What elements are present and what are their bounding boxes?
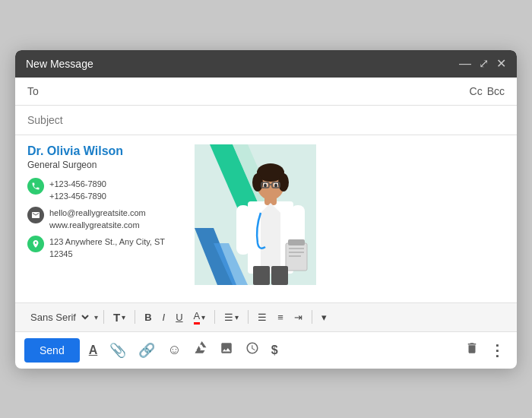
svg-rect-23	[288, 239, 305, 245]
minimize-button[interactable]: —	[459, 58, 471, 70]
phone-text: +123-456-7890 +123-456-7890	[49, 178, 106, 203]
numbered-list-icon: ☰	[258, 312, 267, 323]
close-button[interactable]: ✕	[496, 58, 506, 70]
font-color-icon: A	[194, 310, 201, 325]
font-size-icon: T	[113, 311, 120, 324]
separator	[214, 310, 215, 324]
cc-bcc-controls: Cc Bcc	[470, 85, 505, 97]
svg-rect-20	[236, 205, 250, 255]
toolbar-right-actions: ⋮	[462, 338, 508, 363]
attach-file-button[interactable]: 📎	[106, 339, 129, 362]
insert-link-button[interactable]: 🔗	[135, 339, 158, 362]
svg-rect-27	[253, 266, 270, 285]
svg-rect-28	[271, 266, 288, 285]
phone-row: +123-456-7890 +123-456-7890	[27, 178, 187, 203]
dollar-sign-button[interactable]: $	[268, 340, 281, 360]
font-family-select[interactable]: Sans Serif	[24, 309, 91, 325]
title-bar: New Message — ⤢ ✕	[15, 50, 517, 78]
google-drive-button[interactable]	[191, 338, 211, 362]
align-chevron-icon: ▾	[235, 313, 239, 321]
more-formatting-button[interactable]: ▾	[318, 309, 331, 325]
font-color-button[interactable]: A ▾	[190, 308, 210, 327]
to-row: To Cc Bcc	[15, 78, 517, 106]
email-text: hello@reallygreatsite.com www.reallygrea…	[49, 207, 146, 232]
bcc-button[interactable]: Bcc	[487, 85, 505, 97]
align-button[interactable]: ☰ ▾	[220, 309, 242, 325]
font-family-chevron-icon: ▾	[94, 313, 98, 321]
signature-card: Dr. Olivia Wilson General Surgeon +123-4…	[27, 144, 316, 285]
italic-button[interactable]: I	[159, 309, 169, 325]
cc-button[interactable]: Cc	[470, 85, 483, 97]
subject-input[interactable]	[27, 114, 505, 126]
to-label: To	[27, 85, 50, 97]
schedule-send-button[interactable]	[242, 338, 262, 362]
email-icon	[27, 207, 44, 223]
address-text: 123 Anywhere St., Any City, ST 12345	[49, 236, 187, 261]
font-color-chevron-icon: ▾	[201, 313, 205, 321]
actions-toolbar: Send A 📎 🔗 ☺ $ ⋮	[15, 332, 517, 369]
window-title: New Message	[26, 58, 93, 70]
window-controls: — ⤢ ✕	[459, 58, 506, 70]
to-input[interactable]	[50, 85, 470, 97]
email-row: hello@reallygreatsite.com www.reallygrea…	[27, 207, 187, 232]
indent-icon: ⇥	[294, 312, 302, 323]
insert-emoji-button[interactable]: ☺	[164, 339, 184, 361]
font-size-chevron-icon: ▾	[122, 313, 125, 321]
svg-marker-19	[271, 203, 280, 274]
doctor-figure	[229, 156, 312, 285]
signature-info: Dr. Olivia Wilson General Surgeon +123-4…	[27, 144, 195, 285]
signature-title: General Surgeon	[27, 160, 187, 170]
font-size-button[interactable]: T ▾	[109, 309, 129, 326]
body-area[interactable]: Dr. Olivia Wilson General Surgeon +123-4…	[15, 135, 517, 302]
align-icon: ☰	[224, 312, 233, 323]
more-options-button[interactable]: ⋮	[486, 338, 508, 363]
svg-point-14	[274, 183, 277, 187]
compose-window: New Message — ⤢ ✕ To Cc Bcc Dr. Olivia W…	[15, 50, 517, 369]
svg-point-13	[264, 183, 267, 187]
phone-icon	[27, 178, 44, 195]
numbered-list-button[interactable]: ☰	[254, 309, 271, 325]
separator	[135, 310, 135, 324]
formatting-toolbar: Sans Serif ▾ T ▾ B I U A ▾ ☰ ▾ ☰ ≡ ⇥	[15, 302, 517, 332]
insert-photo-button[interactable]	[217, 338, 236, 362]
indent-button[interactable]: ⇥	[290, 309, 306, 325]
signature-name: Dr. Olivia Wilson	[27, 144, 187, 158]
more-formatting-icon: ▾	[321, 312, 327, 323]
bullet-list-button[interactable]: ≡	[274, 309, 287, 325]
delete-button[interactable]	[462, 338, 482, 363]
maximize-button[interactable]: ⤢	[479, 58, 489, 70]
underline-button[interactable]: U	[172, 309, 186, 325]
address-row: 123 Anywhere St., Any City, ST 12345	[27, 236, 187, 261]
signature-photo	[195, 144, 316, 285]
separator	[312, 310, 312, 324]
separator	[248, 310, 249, 324]
svg-marker-18	[261, 203, 271, 274]
format-text-button[interactable]: A	[86, 340, 101, 360]
bold-button[interactable]: B	[141, 309, 155, 325]
send-button[interactable]: Send	[24, 338, 80, 363]
bullet-list-icon: ≡	[277, 312, 283, 323]
subject-row	[15, 106, 517, 135]
address-icon	[27, 236, 44, 252]
svg-rect-22	[286, 243, 307, 271]
separator	[103, 310, 104, 324]
